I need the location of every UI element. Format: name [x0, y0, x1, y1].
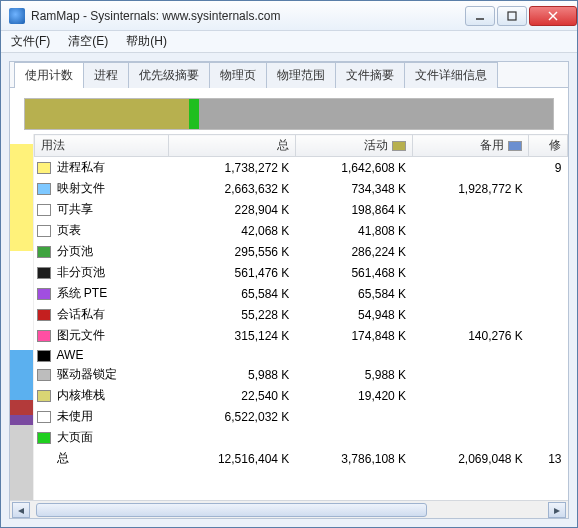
row-total: 65,584 K [168, 283, 295, 304]
close-button[interactable] [529, 6, 577, 26]
client-area: 使用计数 进程 优先级摘要 物理页 物理范围 文件摘要 文件详细信息 用法 [1, 53, 577, 527]
totals-total: 12,516,404 K [168, 448, 295, 469]
table-row[interactable]: 分页池295,556 K286,224 K [35, 241, 568, 262]
table-row[interactable]: 非分页池561,476 K561,468 K [35, 262, 568, 283]
titlebar[interactable]: RamMap - Sysinternals: www.sysinternals.… [1, 1, 577, 31]
table-row[interactable]: 驱动器锁定5,988 K5,988 K [35, 364, 568, 385]
row-name: 驱动器锁定 [35, 364, 169, 385]
row-active [295, 346, 412, 364]
tab-phys-pages[interactable]: 物理页 [209, 62, 267, 88]
row-modified [529, 346, 568, 364]
row-total: 6,522,032 K [168, 406, 295, 427]
row-standby [412, 364, 529, 385]
menu-empty[interactable]: 清空(E) [64, 31, 112, 52]
table-row[interactable]: 进程私有1,738,272 K1,642,608 K9 [35, 157, 568, 179]
row-modified [529, 283, 568, 304]
tab-use-counts[interactable]: 使用计数 [14, 62, 84, 88]
col-usage[interactable]: 用法 [35, 135, 169, 157]
legend-standby-icon [508, 141, 522, 151]
row-standby [412, 385, 529, 406]
row-modified [529, 199, 568, 220]
table-row[interactable]: 大页面 [35, 427, 568, 448]
menu-file[interactable]: 文件(F) [7, 31, 54, 52]
row-standby [412, 241, 529, 262]
color-swatch-icon [37, 390, 51, 402]
distribution-segment [25, 99, 189, 129]
row-standby [412, 427, 529, 448]
row-standby [412, 346, 529, 364]
menubar: 文件(F) 清空(E) 帮助(H) [1, 31, 577, 53]
tab-priority[interactable]: 优先级摘要 [128, 62, 210, 88]
row-modified: 9 [529, 157, 568, 179]
row-modified [529, 406, 568, 427]
row-total: 42,068 K [168, 220, 295, 241]
minimize-button[interactable] [465, 6, 495, 26]
col-modified[interactable]: 修 [529, 135, 568, 157]
horizontal-scrollbar[interactable]: ◂ ▸ [10, 500, 568, 518]
left-strip-segment [10, 425, 33, 500]
table-row[interactable]: 页表42,068 K41,808 K [35, 220, 568, 241]
row-total: 22,540 K [168, 385, 295, 406]
scroll-left-icon[interactable]: ◂ [12, 502, 30, 518]
col-active[interactable]: 活动 [295, 135, 412, 157]
color-swatch-icon [37, 288, 51, 300]
totals-standby: 2,069,048 K [412, 448, 529, 469]
left-strip-segment [10, 400, 33, 414]
row-modified [529, 364, 568, 385]
table-row[interactable]: 图元文件315,124 K174,848 K140,276 K [35, 325, 568, 346]
app-icon [9, 8, 25, 24]
color-swatch-icon [37, 204, 51, 216]
maximize-button[interactable] [497, 6, 527, 26]
distribution-bar [24, 98, 554, 130]
color-swatch-icon [37, 183, 51, 195]
row-name: 页表 [35, 220, 169, 241]
table-row[interactable]: 映射文件2,663,632 K734,348 K1,928,772 K [35, 178, 568, 199]
tab-phys-ranges[interactable]: 物理范围 [266, 62, 336, 88]
totals-label: 总 [35, 448, 169, 469]
color-swatch-icon [37, 369, 51, 381]
tab-processes[interactable]: 进程 [83, 62, 129, 88]
left-strip-segment [10, 251, 33, 351]
left-strip [10, 134, 34, 500]
row-name: 非分页池 [35, 262, 169, 283]
row-active: 65,584 K [295, 283, 412, 304]
table-row[interactable]: 未使用6,522,032 K [35, 406, 568, 427]
row-modified [529, 178, 568, 199]
row-standby: 1,928,772 K [412, 178, 529, 199]
col-total[interactable]: 总 [168, 135, 295, 157]
table-row[interactable]: AWE [35, 346, 568, 364]
row-total: 295,556 K [168, 241, 295, 262]
row-name: 分页池 [35, 241, 169, 262]
legend-active-icon [392, 141, 406, 151]
left-strip-segment [10, 144, 33, 251]
table-row[interactable]: 内核堆栈22,540 K19,420 K [35, 385, 568, 406]
table-row[interactable]: 会话私有55,228 K54,948 K [35, 304, 568, 325]
row-name: 映射文件 [35, 178, 169, 199]
color-swatch-icon [37, 330, 51, 342]
row-standby [412, 220, 529, 241]
distribution-bar-wrap [10, 88, 568, 134]
row-modified [529, 241, 568, 262]
table-wrap[interactable]: 用法 总 活动 备用 修 进程私有1,738,272 K1,642,608 K9… [34, 134, 568, 500]
row-active: 41,808 K [295, 220, 412, 241]
table-row[interactable]: 系统 PTE65,584 K65,584 K [35, 283, 568, 304]
tab-file-sum[interactable]: 文件摘要 [335, 62, 405, 88]
menu-help[interactable]: 帮助(H) [122, 31, 171, 52]
row-total: 1,738,272 K [168, 157, 295, 179]
row-modified [529, 262, 568, 283]
color-swatch-icon [37, 162, 51, 174]
col-standby[interactable]: 备用 [412, 135, 529, 157]
row-name: 未使用 [35, 406, 169, 427]
color-swatch-icon [37, 225, 51, 237]
color-swatch-icon [37, 350, 51, 362]
scroll-thumb[interactable] [36, 503, 427, 517]
color-swatch-icon [37, 267, 51, 279]
row-standby [412, 157, 529, 179]
row-active: 54,948 K [295, 304, 412, 325]
row-active [295, 406, 412, 427]
table-row[interactable]: 可共享228,904 K198,864 K [35, 199, 568, 220]
tab-file-detail[interactable]: 文件详细信息 [404, 62, 498, 88]
row-name: 可共享 [35, 199, 169, 220]
body-row: 用法 总 活动 备用 修 进程私有1,738,272 K1,642,608 K9… [10, 134, 568, 500]
scroll-right-icon[interactable]: ▸ [548, 502, 566, 518]
